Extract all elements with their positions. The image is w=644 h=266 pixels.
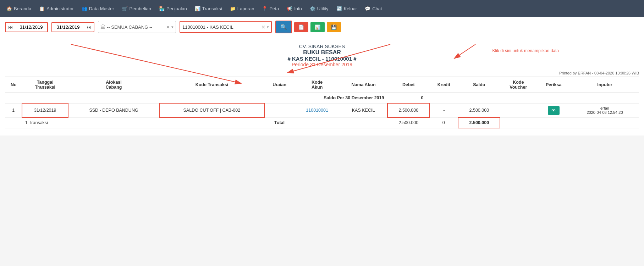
date-from-prev-btn[interactable]: ⏮: [6, 23, 15, 32]
peta-icon: 📍: [262, 6, 268, 11]
report-header: CV. SINAR SUKSES BUKU BESAR # KAS KECIL …: [0, 37, 644, 70]
nav-utility[interactable]: ⚙️ Utility: [306, 4, 332, 13]
col-kredit: Kredit: [429, 77, 458, 93]
info-icon: 📢: [287, 6, 292, 11]
printed-by: Printed by ERFAN - 08-04-2020 13:00:26 W…: [0, 70, 644, 77]
pdf-button[interactable]: 📄: [294, 22, 308, 32]
nav-transaksi[interactable]: 📊 Transaksi: [191, 4, 226, 13]
total-label: Total: [264, 117, 295, 128]
date-from-input[interactable]: [15, 23, 47, 32]
nav-keluar[interactable]: ↩️ Keluar: [333, 4, 361, 13]
col-tanggal: TanggalTransaksi: [22, 77, 68, 93]
xls-button[interactable]: 📊: [310, 22, 325, 32]
nav-laporan[interactable]: 📁 Laporan: [226, 4, 258, 13]
cell-inputer: erfan2020-04-08 12:54:20: [571, 103, 639, 117]
admin-icon: 📋: [39, 6, 45, 11]
cell-tanggal: 31/12/2019: [22, 103, 68, 117]
table-header-row: No TanggalTransaksi AlokasiCabang Kode T…: [5, 77, 639, 93]
nav-chat[interactable]: 💬 Chat: [361, 4, 385, 13]
transaksi-icon: 📊: [195, 6, 200, 11]
total-row: 1 Transaksi Total 2.500.000 0 2.500.000: [5, 117, 639, 128]
branch-arrow-btn[interactable]: ▾: [171, 25, 174, 29]
account-select-group[interactable]: 110010001 - KAS KECIL ✕ ▾: [180, 21, 272, 33]
click-hint: Klik di sini untuk menampilkan data: [492, 48, 559, 53]
date-from-group: ⏮: [5, 22, 48, 32]
building-icon: 🏛: [100, 24, 105, 30]
cell-kode-voucher: [500, 103, 536, 117]
cell-kode-transaksi: SALDO CUT OFF | CAB-002: [159, 103, 264, 117]
view-button[interactable]: 👁: [548, 106, 560, 115]
col-kode-akun: KodeAkun: [295, 77, 340, 93]
ledger-table: No TanggalTransaksi AlokasiCabang Kode T…: [5, 77, 639, 128]
penjualan-icon: 🏪: [159, 6, 165, 11]
laporan-icon: 📁: [230, 6, 236, 11]
navbar: 🏠 Beranda 📋 Administrator 👥 Data Master …: [0, 0, 644, 17]
toolbar: ⏮ ⏭ 🏛 -- SEMUA CABANG -- ✕ ▾ 110010001 -…: [0, 17, 644, 37]
table-row: 1 31/12/2019 SSD - DEPO BANDUNG SALDO CU…: [5, 103, 639, 117]
account-arrow-btn[interactable]: ▾: [267, 25, 269, 29]
branch-select-group[interactable]: 🏛 -- SEMUA CABANG -- ✕ ▾: [98, 21, 176, 33]
col-uraian: Uraian: [264, 77, 295, 93]
report-subtitle: # KAS KECIL - 110010001 #: [0, 56, 644, 62]
table-container: No TanggalTransaksi AlokasiCabang Kode T…: [0, 77, 644, 135]
cell-debet: 2.500.000: [387, 103, 429, 117]
account-select-value: 110010001 - KAS KECIL: [182, 24, 260, 30]
cell-saldo: 2.500.000: [458, 103, 500, 117]
total-saldo: 2.500.000: [458, 117, 500, 128]
pembelian-icon: 🛒: [122, 6, 128, 11]
col-saldo: Saldo: [458, 77, 500, 93]
branch-clear-btn[interactable]: ✕: [166, 24, 170, 30]
date-to-group: ⏭: [51, 22, 94, 32]
total-kredit: 0: [429, 117, 458, 128]
cell-kredit: -: [429, 103, 458, 117]
data-master-icon: 👥: [82, 6, 87, 11]
nav-pembelian[interactable]: 🛒 Pembelian: [119, 4, 155, 13]
col-periksa: Periksa: [536, 77, 570, 93]
col-debet: Debet: [387, 77, 429, 93]
cell-nama-akun: KAS KECIL: [340, 103, 388, 117]
date-to-input[interactable]: [52, 23, 84, 32]
total-debet: 2.500.000: [387, 117, 429, 128]
cell-periksa: 👁: [536, 103, 570, 117]
toolbar-buttons: 🔍 📄 📊 💾: [275, 21, 341, 33]
col-alokasi: AlokasiCabang: [68, 77, 159, 93]
cell-kode-akun: 110010001: [295, 103, 340, 117]
report-period: Periode 31 Desember 2019: [0, 62, 644, 67]
total-transaksi-label: 1 Transaksi: [5, 117, 68, 128]
print-button[interactable]: 💾: [327, 22, 341, 32]
keluar-icon: ↩️: [336, 6, 342, 11]
col-kode-voucher: KodeVoucher: [500, 77, 536, 93]
cell-no: 1: [5, 103, 22, 117]
cell-alokasi: SSD - DEPO BANDUNG: [68, 103, 159, 117]
nav-peta[interactable]: 📍 Peta: [258, 4, 282, 13]
chat-icon: 💬: [365, 6, 370, 11]
saldo-opening-row: Saldo Per 30 Desember 2019 0: [5, 93, 639, 104]
utility-icon: ⚙️: [310, 6, 315, 11]
branch-select-value: -- SEMUA CABANG --: [107, 24, 165, 30]
cell-uraian: [264, 103, 295, 117]
col-inputer: Inputer: [571, 77, 639, 93]
account-clear-btn[interactable]: ✕: [262, 24, 265, 30]
nav-beranda[interactable]: 🏠 Beranda: [3, 4, 35, 13]
date-to-next-btn[interactable]: ⏭: [84, 23, 94, 32]
col-nama-akun: Nama Akun: [340, 77, 388, 93]
nav-data-master[interactable]: 👥 Data Master: [78, 4, 118, 13]
home-icon: 🏠: [6, 6, 12, 11]
search-button[interactable]: 🔍: [275, 21, 292, 33]
nav-penjualan[interactable]: 🏪 Penjualan: [155, 4, 191, 13]
saldo-value: 0: [387, 93, 458, 104]
col-no: No: [5, 77, 22, 93]
nav-info[interactable]: 📢 Info: [283, 4, 306, 13]
nav-administrator[interactable]: 📋 Administrator: [35, 4, 77, 13]
col-kode-transaksi: Kode Transaksi: [159, 77, 264, 93]
saldo-label: Saldo Per 30 Desember 2019: [5, 93, 387, 104]
